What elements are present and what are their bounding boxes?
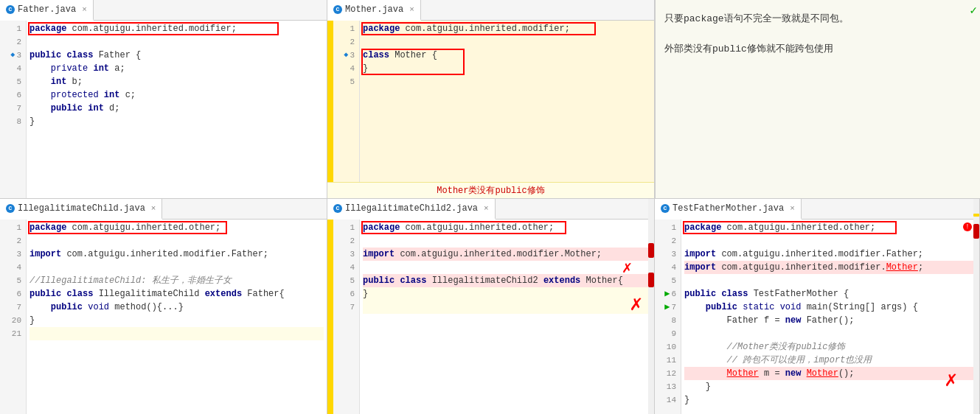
tln-12: 12 [655,367,681,380]
tln-8: 8 [655,314,681,327]
father-tab-label: Father.java [18,4,76,15]
code-line-f1: package com.atguigu.inherited.modifier; [29,22,324,35]
mother-code-area: package com.atguigu.inherited.modifier; … [360,21,654,182]
child-tab-label: IllegalitimateChild.java [18,203,145,214]
test-error-x: ✗ [945,367,957,392]
code-line-c4 [29,261,324,274]
c2ln-7: 7 [333,301,359,314]
tln-5: 5 [655,274,681,287]
code-line-f2 [29,35,324,49]
code-line-m4: } [363,62,651,75]
father-tab-bar: c Father.java × [0,0,327,21]
cln-2: 2 [0,234,26,248]
child-pane: c IllegalitimateChild.java × 1 2 3 4 5 6… [0,199,327,414]
error-x-2: ✗ [630,291,642,316]
tln-9: 9 [655,327,681,340]
child2-scrollbar[interactable] [648,199,654,414]
child-tab-bar: c IllegalitimateChild.java × [0,199,327,220]
child-tab-close[interactable]: × [151,204,156,213]
c2ln-2: 2 [333,234,359,248]
test-tab-icon: c [661,204,670,213]
child-line-numbers: 1 2 3 4 5 6 7 20 21 [0,220,27,414]
test-line-numbers: 1 2 3 4 5 ▶6 ▶7 8 9 10 11 12 13 14 [655,220,681,414]
code-line-f4: private int a; [29,62,324,75]
test-tab-bar: c TestFatherMother.java × [655,199,979,220]
mother-editor-body: 1 2 ◆3 4 5 package com.atguigu.inherited… [327,21,654,182]
tln-4: 4 [655,261,681,274]
cln-1: 1 [0,221,26,234]
child2-code-area: package com.atguigu.inherited.other; imp… [360,220,654,414]
test-tab[interactable]: c TestFatherMother.java × [655,199,802,220]
ln-4: 4 [0,62,26,75]
cln-5: 5 [0,274,26,287]
child2-tab-close[interactable]: × [484,204,489,213]
ln-5: 5 [0,75,26,88]
code-line-f3: public class Father { [29,49,324,62]
code-line-t12: Mother m = new Mother(); [684,367,976,380]
run-arrow-6: ▶ [664,287,670,301]
mother-line-numbers: 1 2 ◆3 4 5 [333,21,360,182]
code-line-t1: package com.atguigu.inherited.other; [684,221,976,234]
ln-3: ◆3 [0,49,26,62]
test-tab-label: TestFatherMother.java [673,203,784,214]
code-line-f8: } [29,115,324,128]
cln-6: 6 [0,287,26,301]
mother-tab[interactable]: c Mother.java × [327,0,421,21]
code-line-t6: public class TestFatherMother { [684,287,976,301]
c2ln-3: 3 [333,248,359,261]
code-line-c2-1: package com.atguigu.inherited.other; [363,221,651,234]
mother-tab-label: Mother.java [345,4,403,15]
father-tab-icon: c [6,5,15,14]
code-line-m2 [363,35,651,49]
child2-tab[interactable]: c IllegalitimateChild2.java × [327,199,496,220]
test-error-bar [973,224,979,239]
code-line-m3: class Mother { [363,49,651,62]
debug-arrow-m3: ◆ [344,49,348,62]
mother-tab-close[interactable]: × [409,5,414,14]
code-line-f5: int b; [29,75,324,88]
test-editor-body: 1 2 3 4 5 ▶6 ▶7 8 9 10 11 12 13 14 [655,220,979,414]
code-line-t2 [684,234,976,248]
test-error-count: ! [963,222,972,231]
code-line-c3: import com.atguigu.inherited.modifier.Fa… [29,248,324,261]
code-line-c7: public void method(){...} [29,301,324,314]
test-tab-close[interactable]: × [790,204,795,213]
cln-4: 4 [0,261,26,274]
child2-tab-icon: c [333,204,342,213]
code-line-t10: //Mother类没有public修饰 [684,340,976,354]
ln-6: 6 [0,88,26,102]
tln-14: 14 [655,393,681,407]
code-line-c2-7 [363,301,651,314]
code-line-c2-6: } [363,287,651,301]
tln-13: 13 [655,380,681,393]
tln-6: ▶6 [655,287,681,301]
code-line-t13: } [684,380,976,393]
child2-tab-label: IllegalitimateChild2.java [345,203,478,214]
child2-tab-bar: c IllegalitimateChild2.java × [327,199,654,220]
tln-1: 1 [655,221,681,234]
mln-4: 4 [333,62,359,75]
mother-yellow-indicator [327,21,333,182]
father-pane: c Father.java × 1 2 ◆3 4 5 6 7 8 [0,0,327,198]
father-tab[interactable]: c Father.java × [0,0,94,21]
annotation-line2: 外部类没有public修饰就不能跨包使用 [664,42,971,57]
child-code-area: package com.atguigu.inherited.other; imp… [27,220,327,414]
code-line-t11: // 跨包不可以使用，import也没用 [684,354,976,367]
code-line-c2 [29,234,324,248]
run-arrow-7: ▶ [664,301,670,314]
child-tab-icon: c [6,204,15,213]
code-line-c6: public class IllegalitimateChild extends… [29,287,324,301]
code-line-f7: public int d; [29,102,324,115]
bottom-row: c IllegalitimateChild.java × 1 2 3 4 5 6… [0,199,980,414]
code-line-c5: //IllegalitimateChild: 私生子，非婚生子女 [29,274,324,287]
tln-3: 3 [655,248,681,261]
code-line-t4: import com.atguigu.inherited.modifier.Mo… [684,261,976,274]
child2-pane: c IllegalitimateChild2.java × 1 2 3 4 5 … [327,199,655,414]
father-tab-close[interactable]: × [82,5,87,14]
mother-tab-bar: c Mother.java × [327,0,654,21]
test-scrollbar[interactable] [973,199,979,414]
code-line-t3: import com.atguigu.inherited.modifier.Fa… [684,248,976,261]
mother-pane: c Mother.java × 1 2 ◆3 4 5 package com. [327,0,655,198]
child-tab[interactable]: c IllegalitimateChild.java × [0,199,162,220]
c2ln-1: 1 [333,221,359,234]
